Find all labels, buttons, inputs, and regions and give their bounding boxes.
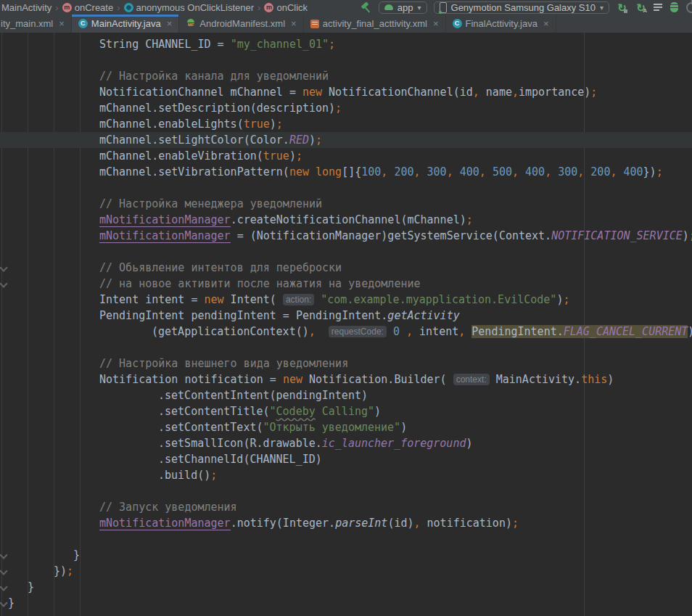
code-token (486, 165, 493, 178)
code-line: mChannel.setDescription(description); (0, 100, 692, 116)
code-token: NotificationChannel mChannel = (99, 86, 302, 99)
method-icon: m (62, 3, 72, 12)
code-token: Codeby (276, 405, 316, 418)
java-class-icon: C (453, 19, 462, 28)
code-token: // Запуск уведомления (99, 501, 237, 514)
code-token: []{ (342, 165, 361, 178)
code-token: ; (329, 38, 335, 51)
code-token: ic_launcher_foreground (322, 437, 466, 450)
close-tab-icon[interactable]: × (167, 18, 173, 29)
code-token: (getApplicationContext() (152, 325, 309, 338)
tab-activity_final_acttivity.xml[interactable]: activity_final_acttivity.xml× (304, 15, 446, 33)
code-token: ; (296, 149, 302, 163)
code-token: , (512, 165, 519, 178)
device-label: Genymotion Samsung Galaxy S10 (451, 2, 596, 13)
profiler-icon[interactable] (654, 1, 664, 14)
build-hammer-icon[interactable] (360, 1, 372, 14)
code-token: mChannel.setLightColor(Color. (99, 134, 289, 147)
code-token: .setChannelId(CHANNEL_ID) (158, 453, 322, 466)
code-token: .notify(Integer. (231, 517, 336, 530)
tab-label: FinalActtivity.java (466, 18, 537, 29)
breadcrumb-item-onclick[interactable]: monClick (264, 2, 308, 13)
apply-code-changes-icon[interactable]: ↻A (635, 1, 647, 14)
code-token: " (270, 405, 276, 418)
code-token (465, 325, 471, 338)
close-tab-icon[interactable]: × (59, 18, 65, 29)
breadcrumb-item-mainactivity[interactable]: MainActivity (1, 2, 52, 13)
device-select[interactable]: Genymotion Samsung Galaxy S10 ▾ (434, 1, 609, 14)
code-editor[interactable]: String CHANNEL_ID = "my_channel_01";// Н… (0, 33, 692, 616)
code-token: 300 (427, 165, 447, 178)
code-token: "Открыть уведомление" (263, 421, 401, 434)
code-token (316, 325, 329, 338)
code-line: mChannel.setVibrationPattern(new long[]{… (0, 164, 692, 180)
code-line: (getApplicationContext(), requestCode: 0… (0, 324, 692, 340)
tab-FinalActtivity.java[interactable]: CFinalActtivity.java× (446, 15, 556, 33)
code-token: ) (683, 229, 689, 242)
code-token: mNotificationManager (99, 517, 231, 530)
close-tab-icon[interactable]: × (291, 18, 297, 29)
tab-AndroidManifest.xml[interactable]: MFAndroidManifest.xml× (179, 15, 303, 33)
code-line (0, 340, 692, 356)
code-token: // на новое активити после нажатия на ув… (99, 277, 421, 290)
code-token: mChannel.enableVibration( (99, 149, 263, 163)
tab-label: activity_final_acttivity.xml (323, 18, 427, 29)
code-line: // Настройка внешнего вида уведомления (0, 356, 692, 371)
code-token: , (577, 165, 584, 178)
code-token: }) (54, 564, 67, 578)
stop-icon[interactable] (686, 2, 692, 13)
breadcrumb-label: onClick (276, 2, 308, 13)
code-token (387, 325, 393, 338)
code-token: , (458, 325, 465, 338)
layout-xml-icon (310, 20, 319, 28)
code-line: Intent intent = new Intent( action: "com… (0, 292, 692, 308)
debug-icon[interactable] (670, 2, 678, 12)
code-token: Notification.Builder( (302, 373, 453, 386)
code-token: , (473, 86, 479, 99)
close-tab-icon[interactable]: × (543, 18, 549, 29)
code-line: .build(); (0, 467, 692, 483)
code-token: 500 (493, 165, 512, 178)
manifest-icon: MF (186, 18, 196, 29)
breadcrumb-item-anonymous-onclicklistener[interactable]: anonymous OnClickListener (124, 2, 255, 13)
letter-a-overlay: A (643, 8, 647, 14)
code-line: } (0, 579, 692, 595)
code-line: } (0, 595, 692, 611)
code-token: intent (413, 325, 458, 338)
tab-label: ity_main.xml (1, 18, 53, 29)
code-token: , (447, 165, 453, 178)
chevron-down-icon: ▾ (600, 4, 604, 12)
code-token: 400 (460, 165, 479, 178)
code-line: .setSmallIcon(R.drawable.ic_launcher_for… (0, 435, 692, 451)
code-token: ; (512, 517, 519, 530)
code-line: String CHANNEL_ID = "my_channel_01"; (0, 36, 692, 52)
code-token: new (289, 165, 309, 178)
tab-ity_main.xml[interactable]: ity_main.xml× (0, 15, 72, 33)
apply-changes-icon[interactable]: ↻ (616, 1, 628, 14)
code-token: }) (643, 165, 656, 178)
breadcrumb-item-oncreate[interactable]: monCreate (62, 2, 113, 13)
anonymous-class-icon (124, 3, 133, 12)
run-toolbar: app ▾ Genymotion Samsung Galaxy S10 ▾ ↻ … (360, 1, 692, 14)
code-line: NotificationChannel mChannel = new Notif… (0, 84, 692, 100)
tab-MainActivity.java[interactable]: CMainActivity.java× (72, 15, 179, 33)
code-line: // Запуск уведомления (0, 499, 692, 515)
code-line: // Настройка канала для уведомлений (0, 68, 692, 84)
code-token: this (581, 373, 607, 386)
code-token: MainActivity. (490, 373, 581, 386)
code-token: true (263, 149, 289, 163)
close-tab-icon[interactable]: × (433, 18, 439, 29)
code-token: ; (656, 165, 663, 178)
code-token (584, 165, 590, 178)
breadcrumb-label: MainActivity (1, 2, 52, 13)
code-token: mNotificationManager (99, 229, 231, 243)
code-token: ) (309, 134, 316, 147)
parameter-hint: requestCode: (329, 326, 387, 337)
android-icon (384, 4, 393, 10)
code-token: 400 (624, 165, 643, 178)
run-config-select[interactable]: app ▾ (379, 1, 427, 14)
code-token: , (309, 325, 316, 338)
code-token: } (73, 549, 80, 562)
code-token: String CHANNEL_ID = (99, 38, 231, 51)
breadcrumb-separator-icon: › (117, 2, 120, 13)
